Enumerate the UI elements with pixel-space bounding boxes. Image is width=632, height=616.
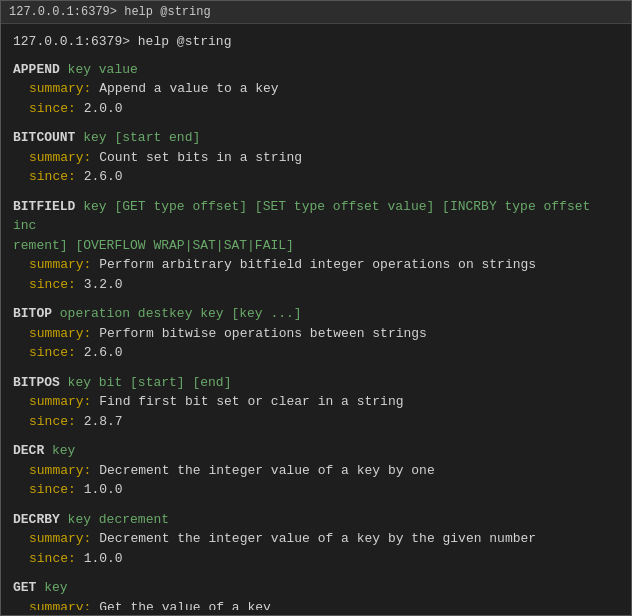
summary-text-bitop: Perform bitwise operations between strin… (99, 326, 427, 341)
since-value-decrby: 1.0.0 (84, 551, 123, 566)
command-block-bitpos: BITPOS key bit [start] [end] summary: Fi… (13, 373, 619, 432)
command-summary-get: summary: Get the value of a key (13, 598, 619, 611)
since-value-bitop: 2.6.0 (84, 345, 123, 360)
summary-text-get: Get the value of a key (99, 600, 271, 611)
command-signature-bitpos: BITPOS key bit [start] [end] (13, 373, 619, 393)
terminal-title: 127.0.0.1:6379> help @string (9, 5, 211, 19)
terminal-body[interactable]: 127.0.0.1:6379> help @string APPEND key … (1, 24, 631, 610)
cmd-name-append: APPEND (13, 62, 60, 77)
command-since-bitpos: since: 2.8.7 (13, 412, 619, 432)
since-label-bitcount: since: (29, 169, 76, 184)
since-value-bitcount: 2.6.0 (84, 169, 123, 184)
since-label-bitop: since: (29, 345, 76, 360)
cmd-args-bitop: operation destkey key [key ...] (52, 306, 302, 321)
command-since-bitcount: since: 2.6.0 (13, 167, 619, 187)
cmd-name-decr: DECR (13, 443, 44, 458)
since-value-append: 2.0.0 (84, 101, 123, 116)
summary-label-bitcount: summary: (29, 150, 91, 165)
summary-text-decr: Decrement the integer value of a key by … (99, 463, 434, 478)
command-summary-bitop: summary: Perform bitwise operations betw… (13, 324, 619, 344)
cmd-name-bitfield: BITFIELD (13, 199, 75, 214)
command-summary-bitfield: summary: Perform arbitrary bitfield inte… (13, 255, 619, 275)
command-block-bitcount: BITCOUNT key [start end] summary: Count … (13, 128, 619, 187)
summary-text-append: Append a value to a key (99, 81, 278, 96)
summary-label-bitop: summary: (29, 326, 91, 341)
command-since-bitop: since: 2.6.0 (13, 343, 619, 363)
since-label: since: (29, 101, 76, 116)
summary-label-decrby: summary: (29, 531, 91, 546)
terminal-header: 127.0.0.1:6379> help @string (1, 1, 631, 24)
command-summary-bitpos: summary: Find first bit set or clear in … (13, 392, 619, 412)
command-block-decr: DECR key summary: Decrement the integer … (13, 441, 619, 500)
summary-text-bitfield: Perform arbitrary bitfield integer opera… (99, 257, 536, 272)
since-value-bitpos: 2.8.7 (84, 414, 123, 429)
terminal-window: 127.0.0.1:6379> help @string 127.0.0.1:6… (0, 0, 632, 616)
since-label-decrby: since: (29, 551, 76, 566)
cmd-args-bitfield: key [GET type offset] [SET type offset v… (13, 199, 590, 234)
command-summary-decrby: summary: Decrement the integer value of … (13, 529, 619, 549)
command-block-get: GET key summary: Get the value of a key … (13, 578, 619, 610)
summary-label-decr: summary: (29, 463, 91, 478)
summary-label: summary: (29, 81, 91, 96)
summary-label-bitfield: summary: (29, 257, 91, 272)
command-signature-bitcount: BITCOUNT key [start end] (13, 128, 619, 148)
command-block-decrby: DECRBY key decrement summary: Decrement … (13, 510, 619, 569)
since-label-decr: since: (29, 482, 76, 497)
cmd-args-get: key (36, 580, 67, 595)
summary-text-bitpos: Find first bit set or clear in a string (99, 394, 403, 409)
command-since-decr: since: 1.0.0 (13, 480, 619, 500)
since-value-bitfield: 3.2.0 (84, 277, 123, 292)
since-label-bitpos: since: (29, 414, 76, 429)
summary-label-get: summary: (29, 600, 91, 611)
cmd-name-decrby: DECRBY (13, 512, 60, 527)
command-since-bitfield: since: 3.2.0 (13, 275, 619, 295)
prompt-line: 127.0.0.1:6379> help @string (13, 32, 619, 52)
command-signature-decr: DECR key (13, 441, 619, 461)
command-summary-append: summary: Append a value to a key (13, 79, 619, 99)
summary-text-decrby: Decrement the integer value of a key by … (99, 531, 536, 546)
cmd-args-bitcount: key [start end] (75, 130, 200, 145)
command-signature-bitfield: BITFIELD key [GET type offset] [SET type… (13, 197, 619, 236)
cmd-args-bitpos: key bit [start] [end] (60, 375, 232, 390)
cmd-args-decrby: key decrement (60, 512, 169, 527)
cmd-name-bitpos: BITPOS (13, 375, 60, 390)
command-signature-get: GET key (13, 578, 619, 598)
command-signature: APPEND key value (13, 60, 619, 80)
command-block-append: APPEND key value summary: Append a value… (13, 60, 619, 119)
command-summary-decr: summary: Decrement the integer value of … (13, 461, 619, 481)
cmd-name-bitcount: BITCOUNT (13, 130, 75, 145)
command-since-decrby: since: 1.0.0 (13, 549, 619, 569)
summary-text-bitcount: Count set bits in a string (99, 150, 302, 165)
since-value-decr: 1.0.0 (84, 482, 123, 497)
cmd-name-get: GET (13, 580, 36, 595)
command-summary-bitcount: summary: Count set bits in a string (13, 148, 619, 168)
prompt-text: 127.0.0.1:6379> help @string (13, 34, 231, 49)
cmd-args-append: key value (60, 62, 138, 77)
command-block-bitop: BITOP operation destkey key [key ...] su… (13, 304, 619, 363)
cmd-args-bitfield-cont: rement] [OVERFLOW WRAP|SAT|SAT|FAIL] (13, 238, 294, 253)
since-label-bitfield: since: (29, 277, 76, 292)
cmd-name-bitop: BITOP (13, 306, 52, 321)
cmd-args-decr: key (44, 443, 75, 458)
command-signature-decrby: DECRBY key decrement (13, 510, 619, 530)
command-signature-bitfield-cont: rement] [OVERFLOW WRAP|SAT|SAT|FAIL] (13, 236, 619, 256)
summary-label-bitpos: summary: (29, 394, 91, 409)
command-block-bitfield: BITFIELD key [GET type offset] [SET type… (13, 197, 619, 295)
command-signature-bitop: BITOP operation destkey key [key ...] (13, 304, 619, 324)
command-since-append: since: 2.0.0 (13, 99, 619, 119)
